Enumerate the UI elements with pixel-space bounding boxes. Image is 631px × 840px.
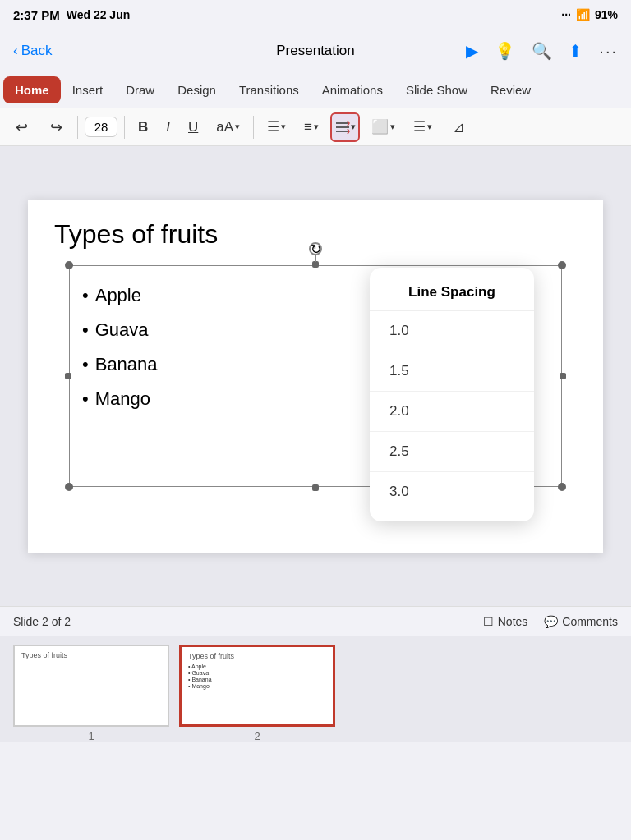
toolbar: ↩ ↪ 28 B I U aA ▾ ☰ ▾ ≡ ▾ ▾ ⬜ ▾ ☰ ▾ ⊿ [0,108,631,146]
thumb-title-1: Types of fruits [21,651,161,659]
alignment-button[interactable]: ⬜ ▾ [365,113,402,141]
line-spacing-3-0[interactable]: 3.0 [370,472,534,512]
bullet-list-button[interactable]: ☰ ▾ [260,113,292,141]
bottom-actions: ☐ Notes 💬 Comments [483,615,618,628]
thumb-bullet-4: • Mango [188,683,326,689]
chevron-left-icon: ‹ [13,43,18,59]
handle-mid-right[interactable] [560,373,566,379]
tab-transitions[interactable]: Transitions [228,76,311,103]
tab-insert[interactable]: Insert [61,76,115,103]
slide-counter: Slide 2 of 2 [13,615,71,628]
status-bar: 2:37 PM Wed 22 Jun ··· 📶 91% [0,0,631,30]
tab-slideshow[interactable]: Slide Show [394,76,479,103]
thumbnail-1[interactable]: Types of fruits [13,645,169,727]
bottom-status-bar: Slide 2 of 2 ☐ Notes 💬 Comments [0,606,631,636]
tab-draw[interactable]: Draw [114,76,166,103]
thumbnail-2[interactable]: Types of fruits • Apple • Guava • Banana… [179,645,335,727]
rotate-handle[interactable]: ↻ [309,242,322,255]
bold-button[interactable]: B [131,113,154,141]
font-size-adjust-button[interactable]: aA ▾ [210,113,246,141]
thumb-number-1: 1 [88,730,94,742]
thumb-bullet-1: • Apple [188,663,326,669]
redo-button[interactable]: ↪ [41,112,71,142]
handle-bottom-mid[interactable] [312,484,319,491]
tab-home[interactable]: Home [3,76,61,103]
handle-top-right[interactable] [558,261,566,269]
presentation-title: Presentation [276,43,354,59]
handle-bottom-right[interactable] [558,483,566,491]
line-spacing-button[interactable]: ≡ ▾ [297,113,325,141]
underline-button[interactable]: U [182,113,205,141]
italic-button[interactable]: I [159,113,177,141]
handle-mid-left[interactable] [65,373,71,379]
share-icon[interactable]: ⬆ [569,41,583,61]
thumb-title-2: Types of fruits [188,652,326,660]
wifi-icon: 📶 [576,8,590,21]
handle-top-left[interactable] [65,261,73,269]
line-spacing-2-0[interactable]: 2.0 [370,392,534,432]
handle-top-mid[interactable] [312,261,319,268]
battery-icon: 91% [595,8,618,21]
thumbnail-strip: Types of fruits 1 Types of fruits • Appl… [0,636,631,742]
thumb-bullet-2: • Guava [188,670,326,676]
thumb-container-1: Types of fruits 1 [13,645,169,742]
title-bar: ‹ Back Presentation ▶ 💡 🔍 ⬆ ··· [0,30,631,72]
main-slide-area: Types of fruits ↻ Apple Guava Banana Man… [0,146,631,606]
tabs-bar: Home Insert Draw Design Transitions Anim… [0,72,631,108]
comments-icon: 💬 [544,615,558,628]
more-icon: ··· [561,8,571,21]
line-spacing-title: Line Spacing [370,278,534,311]
toolbar-divider-1 [77,116,78,139]
comments-button[interactable]: 💬 Comments [544,615,618,628]
back-button[interactable]: ‹ Back [13,43,52,59]
notes-icon: ☐ [483,615,494,628]
search-icon[interactable]: 🔍 [532,41,552,61]
paragraph-spacing-button[interactable]: ▾ [330,112,360,142]
line-spacing-1-5[interactable]: 1.5 [370,351,534,392]
undo-button[interactable]: ↩ [7,112,36,142]
line-spacing-dropdown: Line Spacing 1.0 1.5 2.0 2.5 3.0 [370,268,534,521]
status-time: 2:37 PM [13,8,60,22]
thumb-number-2: 2 [254,730,260,742]
play-button[interactable]: ▶ [466,41,478,61]
thumb-bullet-3: • Banana [188,677,326,682]
thumb-container-2: Types of fruits • Apple • Guava • Banana… [179,645,335,742]
title-actions: ▶ 💡 🔍 ⬆ ··· [466,41,618,61]
font-size-input[interactable]: 28 [85,117,117,137]
tab-animations[interactable]: Animations [311,76,394,103]
handle-bottom-left[interactable] [65,483,73,491]
status-icons: ··· 📶 91% [561,8,618,21]
more-options-button[interactable]: ··· [599,42,618,61]
status-date: Wed 22 Jun [67,8,131,21]
toolbar-divider-3 [253,116,254,139]
toolbar-divider-2 [124,116,125,139]
lightbulb-icon[interactable]: 💡 [495,41,515,61]
extra-tool-button[interactable]: ⊿ [444,112,473,142]
notes-button[interactable]: ☐ Notes [483,615,528,628]
line-spacing-1-0[interactable]: 1.0 [370,311,534,351]
back-label: Back [21,43,53,59]
tab-review[interactable]: Review [479,76,542,103]
tab-design[interactable]: Design [166,76,228,103]
line-spacing-2-5[interactable]: 2.5 [370,432,534,472]
indent-button[interactable]: ☰ ▾ [407,113,439,141]
